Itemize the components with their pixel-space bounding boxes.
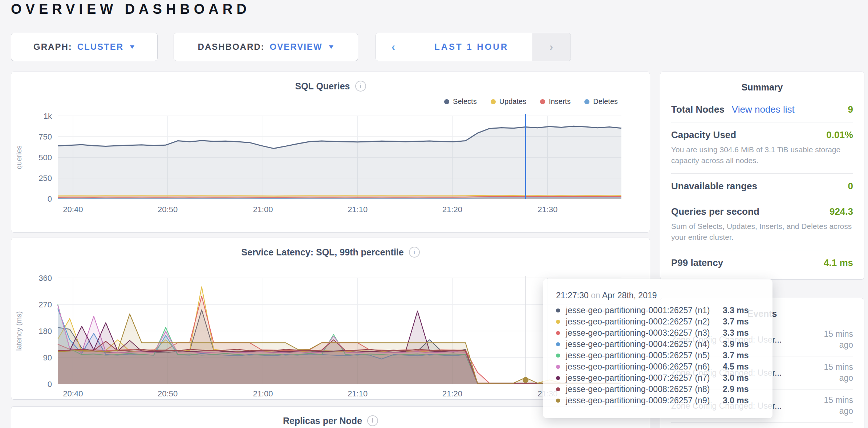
tooltip-node-value: 3.7 ms	[723, 351, 749, 360]
series-dot-icon	[556, 365, 560, 369]
tooltip-timestamp: 21:27:30 on Apr 28th, 2019	[556, 291, 760, 300]
series-dot-icon	[556, 331, 560, 335]
legend-label: Updates	[499, 97, 527, 106]
tooltip-node-name: jesse-geo-partitioning-0009:26257 (n9)	[566, 396, 723, 405]
legend-dot-icon	[491, 99, 496, 104]
sql-queries-title-row: SQL Queries i	[11, 81, 650, 92]
summary-row: Queries per second924.3Sum of Selects, U…	[671, 199, 853, 250]
tooltip-row: jesse-geo-partitioning-0006:26257 (n6)4.…	[556, 361, 760, 372]
graph-dropdown[interactable]: GRAPH: CLUSTER ▼	[11, 33, 158, 61]
svg-text:21:30: 21:30	[538, 205, 557, 214]
legend-dot-icon	[444, 99, 449, 104]
chevron-left-icon: ‹	[392, 41, 395, 53]
summary-row: P99 latency4.1 ms	[671, 250, 853, 275]
series-dot-icon	[556, 308, 560, 312]
dashboard-dropdown-value: OVERVIEW	[270, 42, 323, 52]
svg-text:21:20: 21:20	[442, 205, 462, 214]
svg-text:21:20: 21:20	[442, 389, 462, 398]
svg-text:0: 0	[48, 194, 52, 203]
summary-label: Total Nodes	[671, 104, 725, 115]
tooltip-node-name: jesse-geo-partitioning-0005:26257 (n5)	[566, 351, 723, 360]
svg-text:90: 90	[43, 353, 52, 362]
summary-subtext: You are using 304.6 MiB of 3.1 TiB usabl…	[671, 144, 853, 166]
info-icon[interactable]: i	[409, 247, 420, 258]
svg-text:250: 250	[38, 174, 52, 183]
tooltip-row: jesse-geo-partitioning-0008:26257 (n8)2.…	[556, 384, 760, 395]
summary-value: 0.01%	[826, 129, 853, 141]
summary-title: Summary	[671, 72, 853, 97]
summary-row-main: Queries per second924.3	[671, 206, 853, 217]
info-icon[interactable]: i	[367, 415, 378, 426]
summary-value: 0	[848, 181, 853, 192]
chevron-right-icon: ›	[549, 41, 553, 53]
service-latency-title-row: Service Latency: SQL, 99th percentile i	[11, 247, 650, 258]
series-dot-icon	[556, 342, 560, 346]
svg-text:500: 500	[38, 153, 52, 162]
svg-text:20:50: 20:50	[158, 205, 178, 214]
sql-queries-chart[interactable]: 20:4020:5021:0021:1021:2021:300250500750…	[11, 72, 650, 232]
series-dot-icon	[556, 387, 560, 391]
tooltip-date: Apr 28th, 2019	[602, 291, 657, 300]
event-time: 15 mins ago	[810, 395, 853, 417]
svg-text:20:50: 20:50	[158, 389, 178, 398]
tooltip-on: on	[591, 291, 600, 300]
graph-dropdown-value: CLUSTER	[77, 42, 123, 52]
series-dot-icon	[556, 354, 560, 358]
chart-legend: SelectsUpdatesInsertsDeletes	[444, 97, 618, 106]
time-window-prev-button[interactable]: ‹	[376, 33, 411, 61]
tooltip-node-name: jesse-geo-partitioning-0004:26257 (n4)	[566, 339, 723, 349]
info-icon[interactable]: i	[355, 81, 366, 92]
svg-text:1k: 1k	[44, 112, 52, 121]
svg-text:21:00: 21:00	[253, 205, 273, 214]
summary-label: Unavailable ranges	[671, 181, 757, 192]
summary-panel: Summary Total NodesView nodes list9Capac…	[660, 72, 864, 280]
summary-subtext: Sum of Selects, Updates, Inserts, and De…	[671, 221, 853, 243]
event-time: 15 mins ago	[810, 329, 853, 351]
svg-text:21:00: 21:00	[253, 389, 273, 398]
series-dot-icon	[556, 376, 560, 380]
dashboard-dropdown[interactable]: DASHBOARD: OVERVIEW ▼	[174, 33, 358, 61]
tooltip-node-value: 3.0 ms	[723, 373, 749, 383]
summary-value: 924.3	[830, 206, 853, 217]
tooltip-node-name: jesse-geo-partitioning-0002:26257 (n2)	[566, 317, 723, 327]
summary-row: Capacity Used0.01%You are using 304.6 Mi…	[671, 122, 853, 174]
tooltip-node-value: 3.0 ms	[723, 396, 749, 405]
svg-text:750: 750	[38, 132, 52, 141]
graph-dropdown-label: GRAPH:	[33, 42, 72, 52]
chevron-down-icon: ▼	[327, 44, 335, 50]
legend-item[interactable]: Updates	[491, 97, 527, 106]
tooltip-row: jesse-geo-partitioning-0001:26257 (n1)3.…	[556, 305, 760, 316]
tooltip-row: jesse-geo-partitioning-0004:26257 (n4)3.…	[556, 339, 760, 350]
summary-row-main: Capacity Used0.01%	[671, 129, 853, 141]
summary-row: Unavailable ranges0	[671, 174, 853, 199]
event-time: 15 mins ago	[810, 362, 853, 384]
summary-label: P99 latency	[671, 257, 723, 268]
event-row[interactable]: Zone Config Changed: User...15 mins ago	[671, 423, 853, 428]
svg-text:360: 360	[38, 274, 52, 283]
tooltip-time: 21:27:30	[556, 291, 589, 300]
svg-text:21:10: 21:10	[348, 389, 368, 398]
sql-queries-panel: SQL Queries i SelectsUpdatesInsertsDelet…	[11, 72, 650, 233]
legend-item[interactable]: Deletes	[584, 97, 618, 106]
tooltip-node-name: jesse-geo-partitioning-0007:26257 (n7)	[566, 373, 723, 383]
summary-label: Queries per second	[671, 206, 759, 217]
legend-item[interactable]: Inserts	[540, 97, 571, 106]
tooltip-row: jesse-geo-partitioning-0005:26257 (n5)3.…	[556, 350, 760, 361]
summary-value: 4.1 ms	[824, 257, 853, 268]
tooltip-row: jesse-geo-partitioning-0009:26257 (n9)3.…	[556, 395, 760, 406]
time-window-next-button[interactable]: ›	[532, 33, 571, 61]
view-nodes-list-link[interactable]: View nodes list	[732, 104, 795, 115]
summary-row-main: P99 latency4.1 ms	[671, 257, 853, 268]
tooltip-row: jesse-geo-partitioning-0002:26257 (n2)3.…	[556, 316, 760, 327]
series-dot-icon	[556, 320, 560, 324]
legend-dot-icon	[584, 99, 589, 104]
summary-row: Total NodesView nodes list9	[671, 97, 853, 122]
legend-label: Selects	[453, 97, 477, 106]
tooltip-node-name: jesse-geo-partitioning-0001:26257 (n1)	[566, 306, 723, 315]
chart-title: Service Latency: SQL, 99th percentile	[241, 247, 403, 258]
tooltip-node-value: 2.9 ms	[723, 384, 749, 394]
tooltip-node-name: jesse-geo-partitioning-0006:26257 (n6)	[566, 362, 723, 372]
time-window-range[interactable]: LAST 1 HOUR	[411, 33, 532, 61]
tooltip-node-value: 3.3 ms	[723, 306, 749, 315]
legend-item[interactable]: Selects	[444, 97, 477, 106]
